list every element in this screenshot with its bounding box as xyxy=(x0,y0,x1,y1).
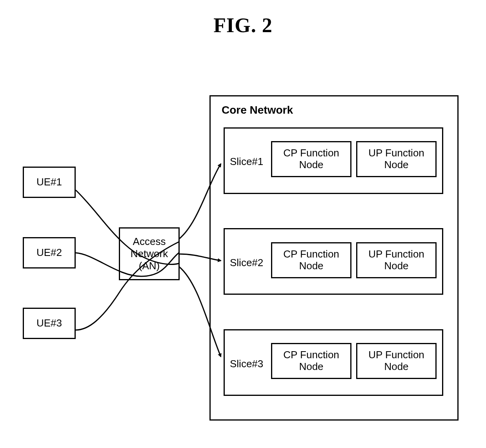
cp-function-node-2: CP Function Node xyxy=(271,242,351,278)
ue-box-1: UE#1 xyxy=(23,167,76,198)
up-function-node-1: UP Function Node xyxy=(356,141,437,177)
ue-box-3: UE#3 xyxy=(23,308,76,339)
diagram-stage: FIG. 2 UE#1 UE#2 UE#3 Access Network (AN… xyxy=(0,0,486,448)
cp-function-node-1: CP Function Node xyxy=(271,141,351,177)
cp-label: CP Function Node xyxy=(273,147,349,171)
figure-title: FIG. 2 xyxy=(0,14,486,37)
cp-label: CP Function Node xyxy=(273,248,349,272)
slice-label: Slice#2 xyxy=(230,257,263,269)
ue-label: UE#2 xyxy=(36,247,62,259)
up-label: UP Function Node xyxy=(358,349,435,373)
ue-box-2: UE#2 xyxy=(23,237,76,268)
up-label: UP Function Node xyxy=(358,147,435,171)
up-function-node-2: UP Function Node xyxy=(356,242,437,278)
ue-label: UE#3 xyxy=(36,317,62,329)
core-network-title: Core Network xyxy=(222,104,293,116)
cp-function-node-3: CP Function Node xyxy=(271,343,351,379)
cp-label: CP Function Node xyxy=(273,349,349,373)
up-function-node-3: UP Function Node xyxy=(356,343,437,379)
up-label: UP Function Node xyxy=(358,248,435,272)
slice-label: Slice#3 xyxy=(230,358,263,370)
slice-label: Slice#1 xyxy=(230,156,263,168)
access-network-border-overlay xyxy=(119,227,180,280)
ue-label: UE#1 xyxy=(36,176,62,188)
